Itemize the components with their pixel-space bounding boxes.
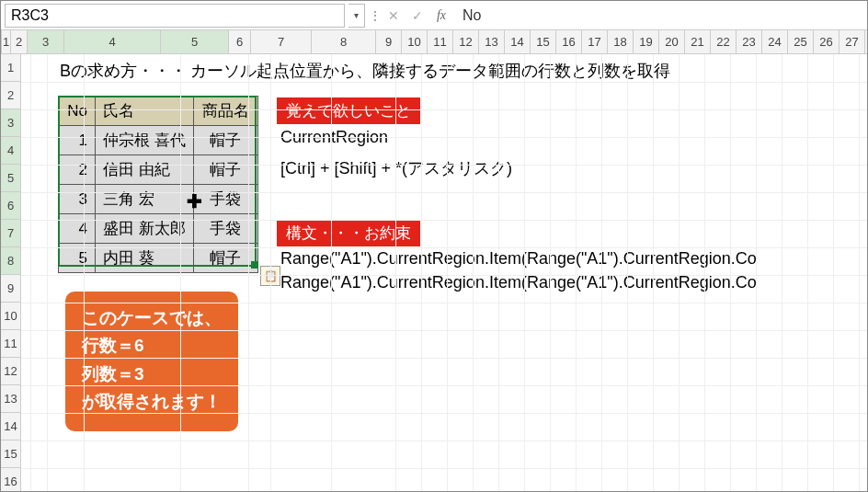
row-header[interactable]: 14 bbox=[1, 413, 20, 441]
callout-line: 行数＝6 bbox=[82, 332, 222, 360]
col-header[interactable]: 24 bbox=[762, 30, 788, 53]
gridline bbox=[601, 54, 602, 491]
gridline bbox=[21, 275, 867, 276]
row-header[interactable]: 11 bbox=[1, 330, 20, 358]
gridline bbox=[21, 220, 867, 221]
gridline bbox=[627, 54, 628, 491]
col-header[interactable]: 15 bbox=[531, 30, 556, 53]
col-header[interactable]: 3 bbox=[28, 30, 64, 53]
row-header[interactable]: 7 bbox=[1, 220, 20, 247]
col-header[interactable]: 10 bbox=[402, 30, 428, 53]
note-code-1: Range("A1").CurrentRegion.Item(Range("A1… bbox=[280, 249, 757, 269]
gridline bbox=[47, 54, 48, 491]
gridline bbox=[859, 54, 860, 491]
th-name: 氏名 bbox=[96, 97, 194, 126]
gridline bbox=[84, 54, 85, 491]
gridline bbox=[21, 109, 867, 110]
gridline bbox=[21, 441, 867, 441]
row-headers: 12345678910111213141516 bbox=[1, 54, 21, 491]
gridline bbox=[756, 54, 757, 491]
table-cell: 三角 宏 bbox=[96, 185, 194, 214]
table-cell: 1 bbox=[59, 126, 96, 155]
gridline bbox=[270, 54, 271, 491]
gridline bbox=[447, 54, 448, 491]
row-header[interactable]: 12 bbox=[1, 358, 20, 385]
gridline bbox=[498, 54, 499, 491]
gridline bbox=[21, 358, 867, 359]
col-header[interactable]: 16 bbox=[556, 30, 582, 53]
col-header[interactable]: 14 bbox=[505, 30, 531, 53]
col-header[interactable]: 17 bbox=[582, 30, 608, 53]
heading-text-1: Bの求め方・・・ bbox=[60, 60, 187, 82]
col-header[interactable]: 9 bbox=[376, 30, 402, 53]
table-cell: 仲宗根 喜代 bbox=[96, 126, 194, 155]
gridline bbox=[833, 54, 834, 491]
gridline bbox=[21, 385, 867, 386]
col-header[interactable]: 11 bbox=[428, 30, 453, 53]
col-header[interactable]: 25 bbox=[788, 30, 814, 53]
row-header[interactable]: 13 bbox=[1, 385, 20, 413]
gridline bbox=[21, 468, 867, 469]
col-header[interactable]: 27 bbox=[839, 30, 865, 53]
spreadsheet-grid[interactable]: Bの求め方・・・ カーソル起点位置から、隣接するデータ範囲の行数と列数を取得 N… bbox=[21, 54, 867, 491]
col-header[interactable]: 21 bbox=[685, 30, 711, 53]
gridline bbox=[576, 54, 577, 491]
gridline bbox=[180, 54, 181, 491]
formula-value[interactable]: No bbox=[455, 6, 863, 26]
col-header[interactable]: 7 bbox=[251, 30, 312, 53]
gridline bbox=[30, 54, 31, 491]
gridline bbox=[524, 54, 525, 491]
gridline bbox=[21, 82, 867, 83]
col-header[interactable]: 5 bbox=[161, 30, 229, 53]
row-header[interactable]: 16 bbox=[1, 468, 20, 492]
row-header[interactable]: 5 bbox=[1, 165, 20, 192]
row-header[interactable]: 10 bbox=[1, 303, 20, 330]
table-row: 4盛田 新太郎手袋 bbox=[59, 214, 258, 244]
row-header[interactable]: 2 bbox=[1, 82, 20, 109]
row-header[interactable]: 3 bbox=[1, 109, 20, 137]
fb-drag-handle: ⋮ bbox=[369, 8, 380, 23]
gridline bbox=[21, 247, 867, 248]
row-header[interactable]: 15 bbox=[1, 441, 20, 468]
formula-bar: ▾ ⋮ ✕ ✓ fx No bbox=[1, 1, 867, 30]
table-header-row: No 氏名 商品名 bbox=[59, 97, 258, 126]
col-header[interactable]: 2 bbox=[11, 30, 28, 53]
callout-line: が取得されます！ bbox=[82, 388, 222, 416]
table-cell: 4 bbox=[59, 214, 96, 244]
col-header[interactable]: 12 bbox=[453, 30, 479, 53]
gridline bbox=[807, 54, 808, 491]
col-header[interactable]: 8 bbox=[312, 30, 376, 53]
col-header[interactable]: 4 bbox=[64, 30, 161, 53]
col-header[interactable]: 18 bbox=[608, 30, 634, 53]
gridline bbox=[679, 54, 680, 491]
cancel-formula-icon[interactable]: ✕ bbox=[383, 6, 404, 26]
gridline bbox=[21, 303, 867, 303]
row-header[interactable]: 8 bbox=[1, 247, 20, 275]
th-no: No bbox=[59, 97, 96, 126]
gridline bbox=[550, 54, 551, 491]
table-row: 2信田 由紀帽子 bbox=[59, 155, 258, 185]
col-header[interactable]: 23 bbox=[737, 30, 762, 53]
col-header[interactable]: 1 bbox=[2, 30, 11, 53]
heading-text-2: カーソル起点位置から、隣接するデータ範囲の行数と列数を取得 bbox=[190, 60, 670, 82]
col-header[interactable]: 20 bbox=[659, 30, 685, 53]
gridline bbox=[730, 54, 731, 491]
name-box[interactable] bbox=[5, 4, 345, 28]
badge-syntax: 構文・・・お約束 bbox=[277, 220, 420, 246]
col-header[interactable]: 22 bbox=[711, 30, 737, 53]
row-header[interactable]: 9 bbox=[1, 275, 20, 303]
col-header[interactable]: 6 bbox=[229, 30, 251, 53]
col-header[interactable]: 19 bbox=[634, 30, 659, 53]
col-header[interactable]: 26 bbox=[814, 30, 839, 53]
row-header[interactable]: 4 bbox=[1, 137, 20, 165]
fx-icon[interactable]: fx bbox=[431, 6, 451, 26]
name-box-dropdown[interactable]: ▾ bbox=[348, 4, 365, 28]
callout-line: このケースでは、 bbox=[82, 304, 222, 332]
row-header[interactable]: 1 bbox=[1, 54, 20, 82]
gridline bbox=[653, 54, 654, 491]
confirm-formula-icon[interactable]: ✓ bbox=[407, 6, 428, 26]
row-header[interactable]: 6 bbox=[1, 192, 20, 220]
note-code-2: Range("A1").CurrentRegion.Item(Range("A1… bbox=[280, 273, 757, 292]
col-header[interactable]: 13 bbox=[479, 30, 505, 53]
table-cell: 信田 由紀 bbox=[96, 155, 194, 185]
